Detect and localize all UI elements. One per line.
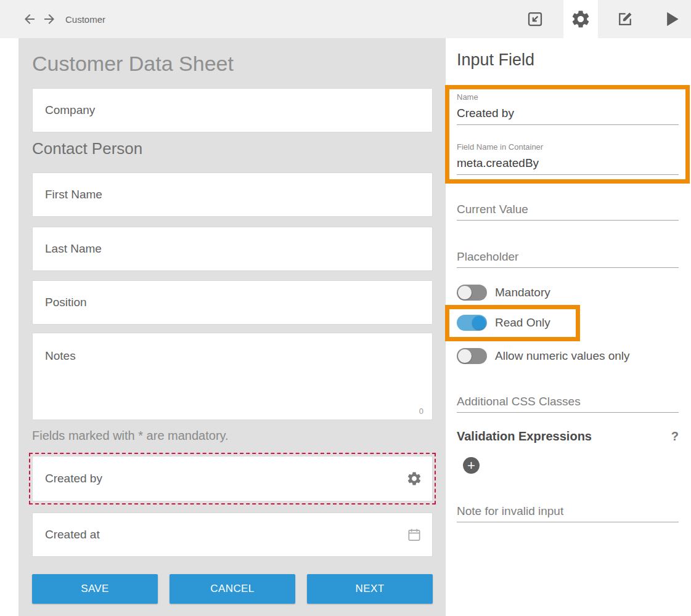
field-company-label: Company: [45, 103, 95, 117]
field-created-by-label: Created by: [45, 472, 102, 485]
validation-expressions-title: Validation Expressions: [457, 429, 592, 444]
name-field[interactable]: Name Created by: [457, 92, 679, 125]
placeholder-input[interactable]: Placeholder: [457, 250, 679, 268]
container-field[interactable]: Field Name in Container meta.createdBy: [457, 142, 679, 175]
topbar: Customer: [0, 0, 691, 38]
property-inspector: Input Field Name Created by Field Name i…: [446, 38, 691, 616]
calendar-icon[interactable]: [406, 527, 422, 543]
help-icon[interactable]: ?: [671, 429, 679, 444]
add-validation-button[interactable]: +: [463, 457, 480, 474]
field-last-name-label: Last Name: [45, 242, 102, 256]
cancel-button[interactable]: CANCEL: [170, 574, 295, 604]
settings-tab-icon[interactable]: [563, 0, 598, 38]
save-button[interactable]: SAVE: [32, 574, 158, 604]
mandatory-toggle[interactable]: [457, 285, 487, 301]
container-field-label: Field Name in Container: [457, 142, 679, 152]
field-position-label: Position: [45, 296, 87, 309]
form-canvas: Customer Data Sheet Company Contact Pers…: [18, 38, 446, 616]
numeric-only-toggle[interactable]: [457, 348, 487, 364]
field-first-name[interactable]: First Name: [32, 172, 433, 217]
css-classes-input[interactable]: Additional CSS Classes: [457, 395, 679, 413]
field-last-name[interactable]: Last Name: [32, 227, 433, 271]
read-only-toggle-row: Read Only: [457, 314, 550, 331]
form-title[interactable]: Customer Data Sheet: [32, 52, 234, 76]
nav-history: Customer: [22, 0, 105, 38]
form-button-row: SAVE CANCEL NEXT: [32, 574, 433, 604]
mandatory-toggle-label: Mandatory: [495, 286, 550, 299]
mandatory-hint-text: Fields marked with * are mandatory.: [32, 429, 229, 443]
section-heading-contact-person[interactable]: Contact Person: [32, 139, 142, 158]
widget-settings-gear-icon[interactable]: [406, 471, 422, 487]
read-only-toggle-label: Read Only: [495, 316, 550, 330]
field-notes-label: Notes: [45, 349, 76, 363]
toggle-thumb: [458, 286, 472, 299]
field-first-name-label: First Name: [45, 188, 102, 201]
container-field-value[interactable]: meta.createdBy: [457, 156, 679, 174]
field-position[interactable]: Position: [32, 280, 433, 325]
validation-expressions-header: Validation Expressions ?: [457, 429, 679, 444]
run-icon[interactable]: [655, 0, 689, 38]
toggle-thumb: [458, 349, 472, 363]
field-notes[interactable]: Notes 0: [32, 333, 433, 420]
numeric-only-toggle-label: Allow numeric values only: [495, 349, 630, 363]
forward-arrow-icon[interactable]: [42, 12, 57, 26]
selected-widget-outline[interactable]: Created by: [29, 453, 436, 505]
name-field-label: Name: [457, 92, 679, 102]
mandatory-toggle-row: Mandatory: [457, 284, 550, 301]
invalid-input-note-input[interactable]: Note for invalid input: [457, 505, 679, 522]
field-created-at-label: Created at: [45, 528, 100, 541]
breadcrumb[interactable]: Customer: [65, 14, 105, 25]
notes-char-counter: 0: [419, 407, 423, 416]
edit-icon[interactable]: [608, 0, 642, 38]
name-field-value[interactable]: Created by: [457, 107, 679, 124]
back-arrow-icon[interactable]: [22, 12, 37, 26]
toggle-thumb: [472, 316, 486, 330]
field-created-at[interactable]: Created at: [32, 513, 433, 557]
read-only-toggle[interactable]: [457, 315, 487, 331]
preview-icon[interactable]: [518, 0, 552, 38]
field-company[interactable]: Company: [32, 88, 433, 132]
current-value-input[interactable]: Current Value: [457, 203, 679, 221]
next-button[interactable]: NEXT: [307, 574, 433, 604]
numeric-only-toggle-row: Allow numeric values only: [457, 347, 630, 364]
field-created-by[interactable]: Created by: [32, 456, 433, 501]
inspector-title: Input Field: [457, 51, 534, 70]
